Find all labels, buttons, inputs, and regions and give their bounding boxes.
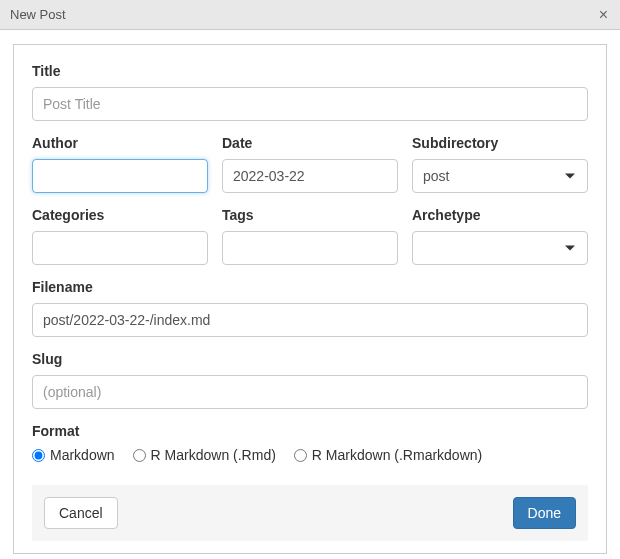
categories-label: Categories: [32, 207, 208, 223]
tags-label: Tags: [222, 207, 398, 223]
format-option-markdown[interactable]: Markdown: [32, 447, 115, 463]
subdirectory-value: post: [423, 168, 449, 184]
filename-input[interactable]: [32, 303, 588, 337]
title-field-group: Title: [32, 63, 588, 121]
subdirectory-select[interactable]: post: [412, 159, 588, 193]
form-panel: Title Author Date Subdirectory post Cate…: [13, 44, 607, 554]
date-input[interactable]: [222, 159, 398, 193]
tags-field-group: Tags: [222, 207, 398, 265]
format-radio-label: R Markdown (.Rmarkdown): [312, 447, 482, 463]
title-input[interactable]: [32, 87, 588, 121]
slug-field-group: Slug: [32, 351, 588, 409]
author-input[interactable]: [32, 159, 208, 193]
chevron-down-icon: [565, 246, 575, 251]
close-icon[interactable]: ×: [595, 5, 612, 25]
date-label: Date: [222, 135, 398, 151]
filename-field-group: Filename: [32, 279, 588, 337]
format-radio-markdown[interactable]: [32, 449, 45, 462]
format-radios: Markdown R Markdown (.Rmd) R Markdown (.…: [32, 447, 588, 463]
cancel-button[interactable]: Cancel: [44, 497, 118, 529]
format-radio-label: Markdown: [50, 447, 115, 463]
date-field-group: Date: [222, 135, 398, 193]
archetype-field-group: Archetype: [412, 207, 588, 265]
categories-field-group: Categories: [32, 207, 208, 265]
author-field-group: Author: [32, 135, 208, 193]
done-button[interactable]: Done: [513, 497, 576, 529]
slug-input[interactable]: [32, 375, 588, 409]
format-option-rmd[interactable]: R Markdown (.Rmd): [133, 447, 276, 463]
window-title: New Post: [10, 7, 66, 22]
format-radio-rmarkdown[interactable]: [294, 449, 307, 462]
archetype-label: Archetype: [412, 207, 588, 223]
titlebar: New Post ×: [0, 0, 620, 30]
subdirectory-field-group: Subdirectory post: [412, 135, 588, 193]
filename-label: Filename: [32, 279, 588, 295]
subdirectory-label: Subdirectory: [412, 135, 588, 151]
format-field-group: Format Markdown R Markdown (.Rmd) R Mark…: [32, 423, 588, 463]
format-radio-rmd[interactable]: [133, 449, 146, 462]
title-label: Title: [32, 63, 588, 79]
format-option-rmarkdown[interactable]: R Markdown (.Rmarkdown): [294, 447, 482, 463]
chevron-down-icon: [565, 174, 575, 179]
categories-input[interactable]: [32, 231, 208, 265]
tags-input[interactable]: [222, 231, 398, 265]
format-label: Format: [32, 423, 588, 439]
slug-label: Slug: [32, 351, 588, 367]
dialog-footer: Cancel Done: [32, 485, 588, 541]
format-radio-label: R Markdown (.Rmd): [151, 447, 276, 463]
archetype-select[interactable]: [412, 231, 588, 265]
author-label: Author: [32, 135, 208, 151]
